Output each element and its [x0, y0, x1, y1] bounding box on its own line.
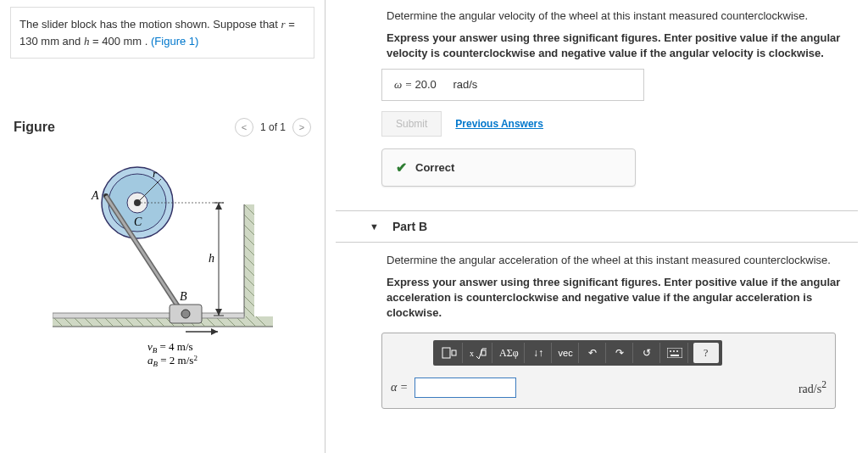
svg-point-49 — [181, 310, 190, 318]
caret-down-icon: ▼ — [370, 221, 379, 232]
svg-marker-59 — [211, 328, 218, 335]
partB-prompt: Determine the angular acceleration of th… — [387, 253, 858, 268]
alpha-input[interactable] — [415, 378, 516, 398]
next-figure-button[interactable]: > — [292, 118, 311, 137]
vec-tool[interactable]: vec — [554, 343, 579, 363]
svg-text:h: h — [209, 252, 214, 265]
equation-toolbar: x ΑΣφ ↓↑ vec ↶ ↷ ↺ ? — [433, 340, 722, 366]
svg-rect-70 — [670, 355, 679, 356]
svg-text:vB = 4 m/s: vB = 4 m/s — [147, 340, 193, 355]
previous-answers-link[interactable]: Previous Answers — [455, 118, 543, 130]
root-fraction-tool[interactable]: x — [465, 343, 492, 363]
svg-text:A: A — [91, 189, 99, 202]
svg-rect-62 — [442, 348, 450, 358]
check-icon: ✔ — [396, 159, 407, 176]
arrows-tool[interactable]: ↓↑ — [526, 343, 552, 363]
keyboard-tool[interactable] — [662, 343, 688, 363]
problem-statement: The slider block has the motion shown. S… — [10, 8, 314, 59]
svg-point-68 — [673, 350, 675, 352]
prev-figure-button[interactable]: < — [235, 118, 253, 137]
svg-rect-63 — [452, 350, 456, 355]
partB-header[interactable]: ▼ Part B — [336, 210, 858, 243]
svg-rect-65 — [481, 350, 486, 355]
svg-point-67 — [670, 350, 671, 352]
undo-tool[interactable]: ↶ — [581, 343, 606, 363]
feedback-correct: ✔ Correct — [381, 148, 636, 187]
template-tool[interactable] — [437, 343, 463, 363]
redo-tool[interactable]: ↷ — [608, 343, 633, 363]
svg-text:C: C — [134, 215, 142, 228]
svg-marker-54 — [215, 203, 222, 210]
figure-title: Figure — [14, 120, 55, 135]
partB-answer-area: x ΑΣφ ↓↑ vec ↶ ↷ ↺ ? α = rad/s2 — [381, 333, 836, 409]
figure-diagram: r A C B h vB = 4 m/s aB — [10, 162, 314, 383]
figure-pager: < 1 of 1 > — [235, 118, 311, 137]
partA-instructions: Express your answer using three signific… — [387, 31, 858, 61]
submit-button: Submit — [381, 111, 442, 137]
partA-answer-display: ω = 20.0 rad/s — [381, 69, 644, 101]
svg-point-69 — [676, 350, 678, 352]
reset-tool[interactable]: ↺ — [635, 343, 660, 363]
partA-prompt: Determine the angular velocity of the wh… — [387, 8, 858, 24]
partB-unit: rad/s2 — [798, 379, 826, 396]
svg-text:aB = 2 m/s2: aB = 2 m/s2 — [147, 354, 198, 368]
partB-instructions: Express your answer using three signific… — [387, 275, 858, 322]
greek-tool[interactable]: ΑΣφ — [494, 343, 525, 363]
alpha-label: α = — [391, 381, 408, 394]
figure-link[interactable]: (Figure 1) — [151, 35, 198, 48]
help-tool[interactable]: ? — [693, 343, 719, 363]
svg-text:x: x — [470, 349, 474, 358]
svg-text:B: B — [180, 290, 187, 303]
svg-rect-66 — [667, 348, 682, 358]
